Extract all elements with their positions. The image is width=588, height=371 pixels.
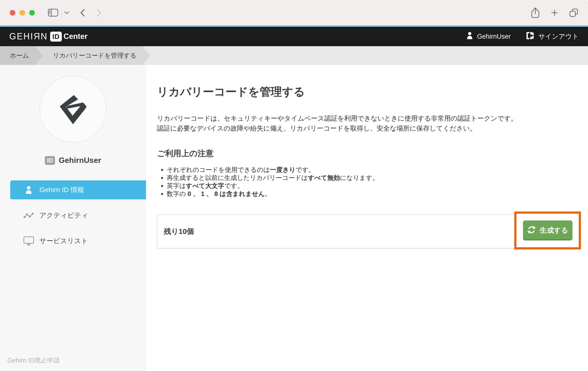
toolbar-right-group: [531, 7, 578, 19]
sidebar-item-activity[interactable]: アクティビティ: [10, 206, 146, 225]
sidebar-item-label: Gehirn ID 情報: [39, 185, 84, 194]
sidebar: ID GehirnUser Gehirn ID 情報: [0, 65, 146, 371]
minimize-window-button[interactable]: [20, 10, 25, 16]
gehirn-id-center-logo[interactable]: GEHIЯN ID Center: [9, 31, 87, 41]
logo-id-badge: ID: [50, 32, 62, 41]
person-icon: [23, 186, 34, 194]
page-title: リカバリーコードを管理する: [157, 84, 588, 100]
toolbar-divider: [62, 8, 62, 18]
window-controls: [10, 10, 35, 16]
highlight-annotation-box: 生成する: [514, 211, 581, 250]
breadcrumb: ホーム リカバリーコードを管理する: [0, 46, 588, 65]
signout-button[interactable]: サインアウト: [526, 32, 579, 41]
profile-username: GehirnUser: [59, 156, 101, 165]
generate-button-label: 生成する: [540, 226, 568, 235]
logo-brand-text: GEHIЯN: [9, 31, 48, 41]
sidebar-toggle-icon[interactable]: [48, 9, 58, 17]
page-description: リカバリーコードは、セキュリティキーやタイムベース認証を利用できないときに使用す…: [157, 113, 588, 133]
avatar: [39, 76, 107, 143]
new-tab-icon[interactable]: [551, 9, 558, 16]
close-window-button[interactable]: [10, 10, 15, 16]
note-item: それぞれのコードを使用できるのは一度きりです。: [167, 166, 588, 174]
note-item: 再生成すると以前に生成したリカバリーコードはすべて無効になります。: [167, 174, 588, 182]
signout-icon: [526, 32, 535, 41]
header-username: GehirnUser: [477, 33, 511, 40]
recovery-code-row: 残り10個 生成する: [157, 211, 580, 250]
sidebar-item-label: サービスリスト: [39, 236, 88, 246]
browser-toolbar: [0, 0, 588, 25]
description-line: 認証に必要なデバイスの故障や紛失に備え、リカバリーコードを取得し、安全な場所に保…: [157, 123, 588, 133]
activity-icon: [23, 211, 34, 219]
forward-icon[interactable]: [97, 9, 101, 17]
profile-id-row: ID GehirnUser: [0, 156, 146, 165]
monitor-icon: [23, 236, 34, 246]
note-item: 英字はすべて大文字です。: [167, 182, 588, 190]
sidebar-item-label: アクティビティ: [39, 211, 88, 220]
sidebar-item-service-list[interactable]: サービスリスト: [10, 231, 146, 251]
header-user-menu[interactable]: GehirnUser: [466, 32, 511, 41]
zoom-window-button[interactable]: [29, 10, 35, 16]
tab-overview-icon[interactable]: [569, 8, 578, 17]
main-content: リカバリーコードを管理する リカバリーコードは、セキュリティキーやタイムベース認…: [146, 65, 588, 371]
id-badge: ID: [45, 156, 55, 165]
person-icon: [466, 32, 473, 41]
browser-window: GEHIЯN ID Center GehirnUser サインアウ: [0, 0, 588, 371]
logo-suffix-text: Center: [63, 32, 87, 41]
note-item: 数字の 0 、 1 、 8 は含まれません。: [167, 190, 588, 198]
back-icon[interactable]: [80, 9, 85, 17]
sidebar-item-gehirn-id-info[interactable]: Gehirn ID 情報: [10, 180, 146, 199]
generate-button[interactable]: 生成する: [523, 221, 572, 241]
chevron-down-icon[interactable]: [64, 11, 69, 14]
notes-heading: ご利用上の注意: [157, 148, 588, 159]
notes-list: それぞれのコードを使用できるのは一度きりです。 再生成すると以前に生成したリカバ…: [157, 166, 588, 198]
breadcrumb-current-page: リカバリーコードを管理する: [35, 46, 150, 65]
signout-label: サインアウト: [538, 32, 579, 41]
gehirn-logo-mark-icon: [53, 89, 93, 129]
description-line: リカバリーコードは、セキュリティキーやタイムベース認証を利用できないときに使用す…: [157, 113, 588, 123]
refresh-icon: [527, 225, 536, 236]
sidebar-nav: Gehirn ID 情報 アクティビティ: [0, 180, 146, 251]
site-header: GEHIЯN ID Center GehirnUser サインアウ: [0, 27, 588, 46]
header-right-group: GehirnUser サインアウト: [466, 32, 579, 41]
remaining-codes-label: 残り10個: [164, 227, 194, 237]
share-icon[interactable]: [531, 7, 540, 19]
gehirn-id-cancellation-link[interactable]: Gehirn ID廃止申請: [7, 356, 60, 365]
breadcrumb-home[interactable]: ホーム: [0, 46, 42, 65]
